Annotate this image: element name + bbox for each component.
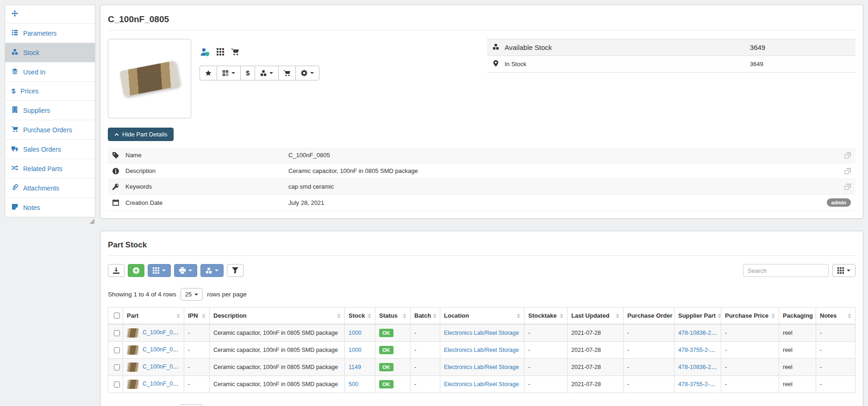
- supplier-part-link[interactable]: 478-10836-2-ND: [678, 364, 721, 370]
- stock-quantity-link[interactable]: 1149: [349, 364, 361, 370]
- cart-icon: [12, 126, 18, 134]
- sidebar-item-notes[interactable]: Notes: [5, 198, 95, 217]
- sidebar-item-sales-orders[interactable]: Sales Orders: [5, 140, 95, 159]
- part-image[interactable]: [108, 39, 191, 118]
- column-header-stocktake[interactable]: Stocktake: [525, 308, 568, 325]
- pricing-button[interactable]: $: [240, 66, 255, 80]
- sort-icon: [718, 314, 721, 318]
- location-link[interactable]: Electronics Lab/Reel Storage: [444, 330, 519, 336]
- page-size-dropdown[interactable]: 25: [181, 288, 203, 301]
- caret-down-icon: [231, 72, 235, 74]
- stock-quantity-link[interactable]: 1000: [349, 330, 362, 336]
- column-header-ipn[interactable]: IPN: [184, 308, 210, 325]
- sidebar-item-label: Used In: [23, 68, 45, 76]
- detail-row-keywords: Keywords cap smd ceramic: [108, 179, 856, 195]
- column-header-supplier-part[interactable]: Supplier Part: [674, 308, 721, 325]
- dollar-icon: $: [12, 88, 15, 94]
- sidebar-item-attachments[interactable]: Attachments: [5, 178, 95, 198]
- part-thumbnail: [127, 363, 139, 372]
- location-link[interactable]: Electronics Lab/Reel Storage: [444, 364, 519, 370]
- row-checkbox[interactable]: [114, 347, 120, 353]
- shuffle-icon: [12, 165, 18, 172]
- cart-icon[interactable]: [231, 48, 239, 55]
- cell-location: Electronics Lab/Reel Storage: [440, 324, 525, 342]
- barcode-actions-button[interactable]: [217, 66, 241, 80]
- subscribe-user-icon[interactable]: [200, 48, 209, 56]
- stock-actions-button[interactable]: [255, 66, 279, 80]
- column-header-packaging[interactable]: Packaging: [779, 308, 816, 325]
- part-link[interactable]: C_100nF_0805: [143, 381, 182, 387]
- part-link[interactable]: C_100nF_0805: [143, 363, 182, 370]
- caret-down-icon: [215, 270, 219, 271]
- page-size-dropdown[interactable]: 25: [181, 404, 203, 406]
- column-header-description[interactable]: Description: [210, 308, 345, 325]
- cell-supplier-part: 478-3755-2-ND: [674, 376, 721, 393]
- stock-quantity-link[interactable]: 1000: [349, 347, 362, 353]
- stock-quantity-link[interactable]: 500: [349, 381, 358, 388]
- row-checkbox[interactable]: [114, 330, 120, 336]
- stock-actions-dropdown[interactable]: [200, 264, 224, 277]
- column-header-last-updated[interactable]: Last Updated: [568, 308, 624, 325]
- part-link[interactable]: C_100nF_0805: [143, 329, 182, 336]
- search-input[interactable]: [743, 264, 829, 277]
- copy-icon[interactable]: [844, 184, 851, 190]
- cell-select: [108, 342, 123, 359]
- location-link[interactable]: Electronics Lab/Reel Storage: [444, 381, 519, 388]
- column-select-dropdown[interactable]: [832, 264, 856, 277]
- supplier-part-link[interactable]: 478-3755-2-ND: [678, 381, 718, 388]
- filter-button[interactable]: [227, 264, 244, 277]
- cell-status: OK: [375, 376, 411, 393]
- row-checkbox[interactable]: [114, 364, 120, 370]
- supplier-part-link[interactable]: 478-10836-2-ND: [678, 330, 721, 336]
- boxes-icon: [493, 43, 499, 51]
- cell-stock: 500: [345, 376, 375, 393]
- supplier-part-link[interactable]: 478-3755-2-ND: [678, 347, 718, 353]
- table-row: C_100nF_0805 - Ceramic capacitor, 100nF …: [108, 342, 856, 359]
- print-actions-dropdown[interactable]: [174, 264, 197, 277]
- column-header-location[interactable]: Location: [440, 308, 525, 325]
- cell-notes: -: [816, 342, 856, 359]
- location-link[interactable]: Electronics Lab/Reel Storage: [444, 347, 519, 353]
- hide-part-details-button[interactable]: Hide Part Details: [108, 128, 174, 141]
- sidebar-item-stock[interactable]: Stock: [5, 43, 95, 62]
- column-header-batch[interactable]: Batch: [411, 308, 440, 325]
- status-badge: OK: [379, 363, 393, 371]
- cell-packaging: reel: [779, 359, 816, 376]
- part-stock-title: Part Stock: [108, 240, 856, 250]
- cell-status: OK: [375, 342, 411, 359]
- sidebar-item-related-parts[interactable]: Related Parts: [5, 159, 95, 178]
- page-title: C_100nF_0805: [108, 14, 856, 25]
- order-part-button[interactable]: [278, 66, 296, 80]
- select-all-checkbox[interactable]: [114, 313, 120, 319]
- export-button[interactable]: [108, 264, 125, 277]
- cell-supplier-part: 478-10836-2-ND: [674, 324, 721, 342]
- favorite-button[interactable]: [200, 66, 217, 80]
- sidebar-item-suppliers[interactable]: Suppliers: [5, 101, 95, 120]
- sidebar-collapse-button[interactable]: [5, 5, 95, 24]
- stock-table: Part IPN Description Stock Status Batch …: [108, 307, 856, 393]
- stock-options-dropdown[interactable]: [148, 264, 171, 277]
- column-header-purchase-price[interactable]: Purchase Price: [721, 308, 779, 325]
- grid-view-icon[interactable]: [217, 48, 224, 55]
- column-header-status[interactable]: Status: [375, 308, 411, 325]
- sidebar-item-parameters[interactable]: Parameters: [5, 24, 95, 43]
- copy-icon[interactable]: [844, 168, 851, 174]
- part-settings-button[interactable]: [295, 66, 319, 80]
- cell-stocktake: -: [525, 359, 568, 376]
- part-link[interactable]: C_100nF_0805: [143, 346, 182, 353]
- sidebar-item-used-in[interactable]: Used In: [5, 62, 95, 82]
- copy-icon[interactable]: [844, 152, 851, 159]
- column-header-stock[interactable]: Stock: [345, 308, 375, 325]
- column-header-purchase-order[interactable]: Purchase Order: [624, 308, 674, 325]
- list-icon: [12, 29, 18, 37]
- row-checkbox[interactable]: [114, 381, 120, 388]
- cell-part: C_100nF_0805: [123, 324, 184, 342]
- sidebar-item-prices[interactable]: $ Prices: [5, 82, 95, 101]
- sidebar-item-purchase-orders[interactable]: Purchase Orders: [5, 120, 95, 140]
- column-header-notes[interactable]: Notes: [816, 308, 856, 325]
- add-stock-item-button[interactable]: [128, 264, 144, 277]
- sidebar-resize-handle[interactable]: [89, 219, 94, 224]
- sort-icon: [517, 314, 520, 318]
- column-header-part[interactable]: Part: [123, 308, 184, 325]
- cell-last-updated: 2021-07-28: [568, 324, 624, 342]
